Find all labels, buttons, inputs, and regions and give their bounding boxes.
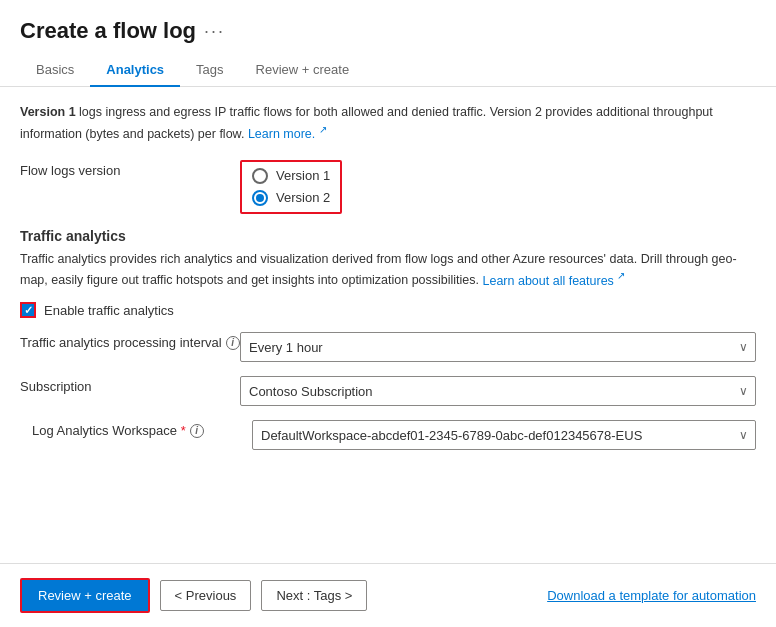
workspace-dropdown[interactable]: DefaultWorkspace-abcdef01-2345-6789-0abc… — [252, 420, 756, 450]
flow-logs-version-row: Flow logs version Version 1 Version 2 — [20, 160, 756, 214]
subscription-label: Subscription — [20, 376, 240, 394]
processing-interval-dropdown[interactable]: Every 10 mins Every 1 hour — [240, 332, 756, 362]
footer: Review + create < Previous Next : Tags >… — [0, 563, 776, 627]
workspace-control: DefaultWorkspace-abcdef01-2345-6789-0abc… — [252, 420, 756, 450]
tab-analytics[interactable]: Analytics — [90, 54, 180, 87]
next-button[interactable]: Next : Tags > — [261, 580, 367, 611]
traffic-analytics-title: Traffic analytics — [20, 228, 756, 244]
processing-interval-label: Traffic analytics processing interval i — [20, 332, 240, 350]
radio-label-v2: Version 2 — [276, 190, 330, 205]
previous-button[interactable]: < Previous — [160, 580, 252, 611]
processing-interval-info-icon[interactable]: i — [226, 336, 240, 350]
checkmark-icon: ✓ — [24, 305, 33, 316]
page-header: Create a flow log ··· — [0, 0, 776, 54]
radio-version1[interactable]: Version 1 — [252, 168, 330, 184]
tab-tags[interactable]: Tags — [180, 54, 239, 87]
subscription-row: Subscription Contoso Subscription ∨ — [20, 376, 756, 406]
radio-version2[interactable]: Version 2 — [252, 190, 330, 206]
traffic-analytics-desc: Traffic analytics provides rich analytic… — [20, 250, 756, 291]
log-analytics-workspace-label: Log Analytics Workspace * i — [32, 420, 252, 438]
tab-basics[interactable]: Basics — [20, 54, 90, 87]
version-info-text: Version 1 logs ingress and egress IP tra… — [20, 103, 756, 144]
header-ellipsis[interactable]: ··· — [204, 21, 225, 42]
version-radio-group: Version 1 Version 2 — [240, 160, 342, 214]
log-analytics-workspace-row: Log Analytics Workspace * i DefaultWorks… — [20, 420, 756, 450]
radio-label-v1: Version 1 — [276, 168, 330, 183]
tab-review-create[interactable]: Review + create — [240, 54, 366, 87]
radio-circle-v2[interactable] — [252, 190, 268, 206]
radio-circle-v1[interactable] — [252, 168, 268, 184]
processing-interval-control: Every 10 mins Every 1 hour ∨ — [240, 332, 756, 362]
flow-logs-version-label: Flow logs version — [20, 160, 240, 178]
external-link-icon2: ↗ — [617, 268, 625, 283]
subscription-control: Contoso Subscription ∨ — [240, 376, 756, 406]
enable-analytics-label: Enable traffic analytics — [44, 303, 174, 318]
traffic-analytics-section: Traffic analytics Traffic analytics prov… — [20, 228, 756, 451]
main-content: Version 1 logs ingress and egress IP tra… — [0, 87, 776, 563]
download-template-link[interactable]: Download a template for automation — [547, 588, 756, 603]
external-link-icon: ↗ — [319, 122, 327, 137]
flow-logs-version-control: Version 1 Version 2 — [240, 160, 756, 214]
tab-bar: Basics Analytics Tags Review + create — [0, 54, 776, 87]
enable-analytics-checkbox[interactable]: ✓ — [20, 302, 36, 318]
workspace-info-icon[interactable]: i — [190, 424, 204, 438]
learn-more-link[interactable]: Learn more. ↗ — [248, 127, 327, 141]
subscription-dropdown[interactable]: Contoso Subscription — [240, 376, 756, 406]
review-create-button[interactable]: Review + create — [20, 578, 150, 613]
required-star: * — [181, 423, 186, 438]
enable-analytics-row[interactable]: ✓ Enable traffic analytics — [20, 302, 756, 318]
page-title: Create a flow log — [20, 18, 196, 44]
processing-interval-row: Traffic analytics processing interval i … — [20, 332, 756, 362]
learn-features-link[interactable]: Learn about all features ↗ — [483, 274, 626, 288]
